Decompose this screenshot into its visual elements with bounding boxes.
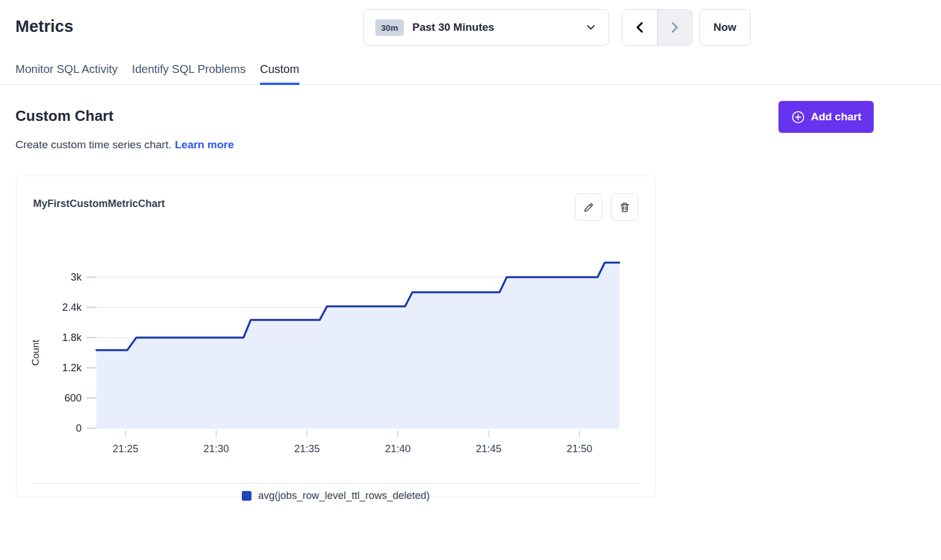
now-button[interactable]: Now <box>699 9 751 46</box>
svg-text:2.4k: 2.4k <box>62 302 82 313</box>
previous-interval-button[interactable] <box>622 10 657 45</box>
next-interval-button[interactable] <box>657 10 692 45</box>
svg-text:21:40: 21:40 <box>385 443 411 455</box>
svg-text:1.8k: 1.8k <box>62 332 82 343</box>
tab-monitor-sql-activity[interactable]: Monitor SQL Activity <box>15 56 117 85</box>
chevron-right-icon <box>668 21 681 34</box>
edit-chart-button[interactable] <box>575 193 602 221</box>
add-chart-button[interactable]: Add chart <box>778 101 874 133</box>
svg-text:600: 600 <box>64 392 82 404</box>
page-title: Metrics <box>15 17 74 36</box>
tab-custom[interactable]: Custom <box>260 56 299 85</box>
svg-text:21:25: 21:25 <box>112 443 138 455</box>
svg-text:1.2k: 1.2k <box>62 362 82 374</box>
svg-text:0: 0 <box>76 423 82 434</box>
time-range-label: Past 30 Minutes <box>412 21 577 34</box>
chart-legend: avg(jobs_row_level_ttl_rows_deleted) <box>17 490 655 502</box>
metrics-page: Metrics 30m Past 30 Minutes Now Monitor … <box>0 0 941 560</box>
delete-chart-button[interactable] <box>611 193 638 221</box>
pencil-icon <box>583 201 595 213</box>
chevron-left-icon <box>634 21 646 34</box>
legend-label: avg(jobs_row_level_ttl_rows_deleted) <box>258 490 429 502</box>
svg-text:Count: Count <box>30 340 41 366</box>
chevron-down-icon <box>586 22 596 33</box>
section-subtitle: Create custom time series chart.Learn mo… <box>15 139 234 151</box>
svg-text:21:50: 21:50 <box>566 443 592 455</box>
plus-circle-icon <box>791 110 805 124</box>
svg-text:3k: 3k <box>71 271 82 283</box>
card-divider <box>33 483 639 484</box>
trash-icon <box>619 201 631 213</box>
custom-chart-card: MyFirstCustomMetricChart 06001.2k1.8k2.4… <box>16 176 656 497</box>
chart-title: MyFirstCustomMetricChart <box>33 198 165 210</box>
time-nav-group <box>622 9 692 46</box>
add-chart-label: Add chart <box>811 111 862 123</box>
metrics-tabs: Monitor SQL Activity Identify SQL Proble… <box>0 56 941 85</box>
custom-chart-svg: 06001.2k1.8k2.4k3k21:2521:3021:3521:4021… <box>23 240 639 460</box>
legend-swatch <box>242 491 252 501</box>
svg-text:21:35: 21:35 <box>294 443 320 455</box>
svg-text:21:30: 21:30 <box>204 443 229 455</box>
section-title: Custom Chart <box>15 107 113 125</box>
svg-text:21:45: 21:45 <box>476 443 501 455</box>
learn-more-link[interactable]: Learn more <box>175 139 233 151</box>
time-range-picker[interactable]: 30m Past 30 Minutes <box>363 9 609 46</box>
subtitle-text: Create custom time series chart. <box>15 139 171 151</box>
time-range-badge: 30m <box>375 19 404 36</box>
tab-identify-sql-problems[interactable]: Identify SQL Problems <box>132 56 245 85</box>
